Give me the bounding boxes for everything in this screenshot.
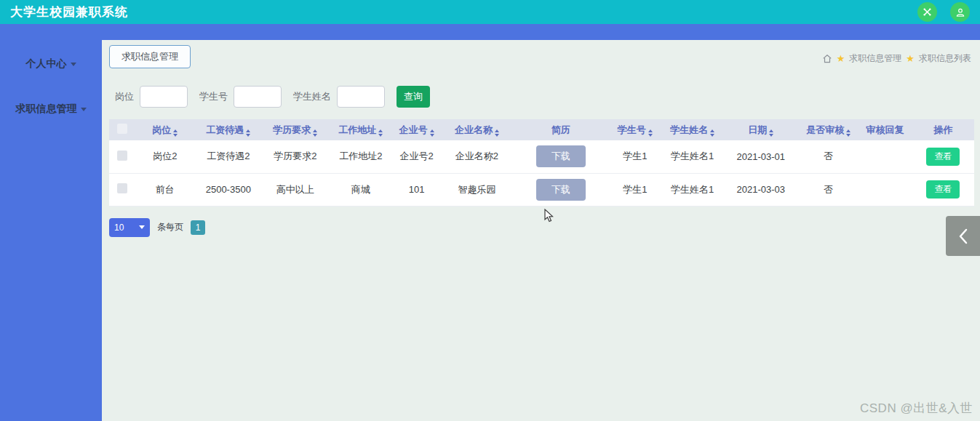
sort-icon [495, 129, 499, 137]
sort-icon [246, 129, 250, 137]
row-checkbox[interactable] [117, 151, 127, 161]
sort-icon [173, 129, 178, 137]
fullscreen-button[interactable] [917, 2, 937, 22]
header-salary[interactable]: 工资待遇 [194, 119, 262, 140]
header-actions: 操作 [912, 119, 974, 140]
cell-student-no: 学生1 [607, 173, 662, 206]
cell-corp-name: 企业名称2 [440, 140, 514, 173]
header-audit-reply: 审核回复 [858, 119, 912, 140]
student-no-input[interactable] [234, 86, 282, 108]
search-form: 岗位 学生号 学生姓名 查询 [115, 86, 974, 108]
user-button[interactable] [950, 2, 970, 22]
cell-corp-no: 企业号2 [393, 140, 440, 173]
cell-student-name: 学生姓名1 [662, 173, 722, 206]
fullscreen-icon [923, 7, 932, 17]
cell-student-no: 学生1 [607, 140, 662, 173]
header-resume: 简历 [514, 119, 607, 140]
header-audited[interactable]: 是否审核 [799, 119, 858, 140]
content-header: 求职信息管理 ★ 求职信息管理 ★ 求职信息列表 [109, 45, 974, 68]
collapse-panel-toggle[interactable] [946, 216, 980, 256]
download-button[interactable]: 下载 [536, 179, 586, 201]
watermark: CSDN @出世&入世 [860, 400, 973, 417]
cell-salary: 工资待遇2 [194, 140, 262, 173]
sort-icon [648, 129, 653, 137]
app-title: 大学生校园兼职系统 [10, 4, 128, 20]
header-corp-no[interactable]: 企业号 [393, 119, 440, 140]
cell-corp-name: 智趣乐园 [440, 173, 514, 206]
chevron-left-icon [957, 228, 970, 245]
download-button[interactable]: 下载 [536, 145, 586, 167]
header-education[interactable]: 学历要求 [262, 119, 328, 140]
page-button-1[interactable]: 1 [191, 220, 205, 235]
cell-education: 高中以上 [262, 173, 328, 206]
row-checkbox[interactable] [117, 183, 127, 193]
view-button[interactable]: 查看 [926, 180, 960, 199]
search-label-student-name: 学生姓名 [293, 90, 331, 103]
cell-salary: 2500-3500 [194, 173, 262, 206]
user-icon [955, 7, 965, 17]
breadcrumb-link-job-info-management[interactable]: 求职信息管理 [849, 52, 901, 65]
chevron-down-icon [71, 63, 76, 66]
pagination: 10 条每页 1 [109, 218, 974, 237]
table-header-row: 岗位 工资待遇 学历要求 工作地址 企业号 企业名称 简历 学生号 学生姓名 日… [109, 119, 974, 140]
breadcrumb: ★ 求职信息管理 ★ 求职信息列表 [822, 52, 974, 65]
sidebar-item-label: 个人中心 [26, 57, 67, 71]
sidebar-item-personal-center[interactable]: 个人中心 [0, 57, 102, 71]
star-icon: ★ [837, 53, 845, 64]
sidebar: 个人中心 求职信息管理 [0, 24, 102, 421]
cell-audit-reply [858, 173, 912, 206]
sidebar-item-job-info-management[interactable]: 求职信息管理 [0, 103, 102, 116]
chevron-down-icon [139, 225, 145, 229]
cell-student-name: 学生姓名1 [662, 140, 722, 173]
table-row: 岗位2 工资待遇2 学历要求2 工作地址2 企业号2 企业名称2 下载 学生1 … [109, 140, 974, 173]
chevron-down-icon [81, 108, 87, 111]
header-post[interactable]: 岗位 [135, 119, 194, 140]
cell-audited: 否 [799, 173, 858, 206]
breadcrumb-link-job-info-list[interactable]: 求职信息列表 [919, 52, 971, 65]
job-info-table: 岗位 工资待遇 学历要求 工作地址 企业号 企业名称 简历 学生号 学生姓名 日… [109, 119, 974, 207]
search-label-student-no: 学生号 [199, 90, 228, 103]
post-input[interactable] [140, 86, 188, 108]
cell-audited: 否 [799, 140, 858, 173]
per-page-label: 条每页 [157, 221, 183, 233]
search-label-post: 岗位 [115, 90, 134, 103]
student-name-input[interactable] [337, 86, 385, 108]
cell-post: 前台 [135, 173, 194, 206]
search-button[interactable]: 查询 [397, 86, 430, 108]
header-corp-name[interactable]: 企业名称 [440, 119, 514, 140]
sort-icon [313, 129, 317, 137]
cell-address: 工作地址2 [328, 140, 393, 173]
page-title-button[interactable]: 求职信息管理 [109, 45, 191, 68]
sort-icon [769, 129, 773, 137]
cell-audit-reply [858, 140, 912, 173]
header-student-name[interactable]: 学生姓名 [662, 119, 722, 140]
home-icon[interactable] [822, 54, 832, 64]
select-all-checkbox[interactable] [117, 124, 127, 134]
cell-education: 学历要求2 [262, 140, 328, 173]
sort-icon [846, 129, 850, 137]
cell-date: 2021-03-03 [722, 173, 799, 206]
topbar: 大学生校园兼职系统 [0, 0, 980, 24]
page-size-value: 10 [114, 222, 124, 233]
select-all-header[interactable] [109, 119, 135, 140]
sidebar-item-label: 求职信息管理 [16, 103, 77, 116]
star-icon: ★ [906, 53, 915, 64]
cell-date: 2021-03-01 [722, 140, 799, 173]
cell-corp-no: 101 [393, 173, 440, 206]
sort-icon [378, 129, 383, 137]
sort-icon [430, 129, 434, 137]
table-row: 前台 2500-3500 高中以上 商城 101 智趣乐园 下载 学生1 学生姓… [109, 173, 974, 206]
header-date[interactable]: 日期 [722, 119, 799, 140]
sort-icon [710, 129, 714, 137]
view-button[interactable]: 查看 [926, 148, 960, 166]
page-size-select[interactable]: 10 [109, 218, 150, 237]
cell-address: 商城 [328, 173, 393, 206]
topbar-actions [917, 2, 970, 22]
header-student-no[interactable]: 学生号 [607, 119, 662, 140]
header-address[interactable]: 工作地址 [328, 119, 393, 140]
main-content: 求职信息管理 ★ 求职信息管理 ★ 求职信息列表 岗位 学生号 学生姓名 查询 [102, 40, 980, 421]
cell-post: 岗位2 [135, 140, 194, 173]
